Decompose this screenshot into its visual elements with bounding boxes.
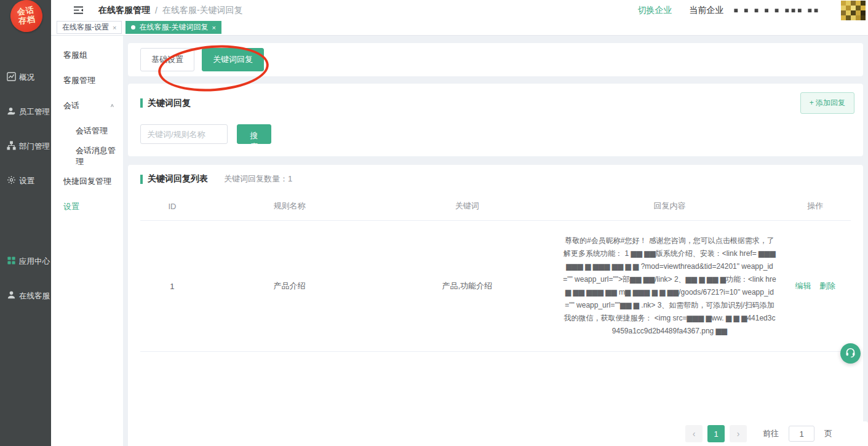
cell-rule-name: 产品介绍 — [204, 267, 375, 305]
top-header: 在线客服管理 / 在线客服-关键词回复 切换企业 当前企业 ■ ■ ■ ■ ■ … — [51, 0, 868, 20]
submenu-label: 设置 — [63, 201, 79, 212]
header-right: 切换企业 当前企业 ■ ■ ■ ■ ■ ■■■ ■■ — [638, 0, 868, 20]
sidebar-item-department-mgmt[interactable]: 部门管理 — [0, 129, 51, 164]
sidebar-item-label: 部门管理 — [19, 141, 50, 152]
collapse-menu-icon[interactable] — [73, 6, 84, 15]
keyword-search-input[interactable] — [140, 124, 228, 144]
sidebar-item-label: 设置 — [19, 176, 34, 186]
add-reply-button[interactable]: + 添加回复 — [800, 92, 854, 114]
active-dot — [131, 25, 135, 30]
sidebar-item-employee-mgmt[interactable]: 员工管理 — [0, 95, 51, 129]
column-header-rule-name: 规则名称 — [204, 192, 375, 220]
primary-nav: 概况 员工管理 部门管理 设置 — [0, 60, 51, 313]
breadcrumb-root[interactable]: 在线客服管理 — [98, 5, 150, 16]
primary-sidebar: 会话 存档 概况 员工管理 部门管理 — [0, 0, 51, 446]
app-center-icon — [7, 256, 16, 267]
search-button[interactable]: 搜索 — [237, 124, 271, 144]
current-page-button[interactable]: 1 — [707, 425, 725, 442]
submenu-label: 快捷回复管理 — [63, 176, 111, 187]
gear-icon — [7, 175, 16, 186]
close-icon[interactable]: × — [113, 24, 116, 31]
column-header-actions: 操作 — [779, 192, 851, 220]
sidebar-item-app-center[interactable]: 应用中心 — [0, 244, 51, 279]
submenu-item-service-mgmt[interactable]: 客服管理 — [51, 68, 123, 93]
reply-count-label: 关键词回复数量：1 — [224, 173, 292, 185]
section-title-text: 关键词回复 — [148, 98, 191, 109]
switch-company-link[interactable]: 切换企业 — [638, 5, 672, 16]
sidebar-item-label: 概况 — [19, 73, 34, 83]
avatar[interactable] — [841, 1, 866, 20]
page-unit-label: 页 — [824, 428, 832, 439]
secondary-sidebar: 客服组 客服管理 会话 ∧ 会话管理 会话消息管理 快捷回复管理 设置 — [51, 36, 123, 446]
headset-icon — [845, 346, 856, 360]
employee-icon — [7, 106, 16, 117]
cell-id: 1 — [140, 268, 204, 305]
sidebar-spacer — [0, 198, 51, 244]
window-tab-label: 在线客服-设置 — [62, 22, 109, 33]
keyword-reply-table: ID 规则名称 关键词 回复内容 操作 1 产品介绍 产品,功能介绍 尊敬的#会… — [140, 192, 851, 352]
submenu-item-quick-reply-mgmt[interactable]: 快捷回复管理 — [51, 169, 123, 194]
submenu-item-session[interactable]: 会话 ∧ — [51, 93, 123, 118]
column-header-keyword: 关键词 — [375, 192, 559, 220]
chevron-up-icon: ∧ — [110, 103, 114, 108]
submenu-item-settings[interactable]: 设置 — [51, 194, 123, 219]
tab-keyword-reply[interactable]: 关键词回复 — [202, 48, 264, 71]
sidebar-item-online-service[interactable]: 在线客服 — [0, 279, 51, 313]
column-header-id: ID — [140, 193, 204, 220]
goto-page-input[interactable] — [789, 426, 814, 442]
window-tabbar: 在线客服-设置 × 在线客服-关键词回复 × — [51, 20, 868, 36]
pagination-bar: ‹ 1 › 前往 页 — [128, 421, 868, 446]
submenu-item-session-mgmt[interactable]: 会话管理 — [51, 118, 123, 143]
keyword-reply-list-card: 关键词回复列表 关键词回复数量：1 ID 规则名称 关键词 回复内容 操作 1 … — [128, 165, 863, 429]
table-header-row: ID 规则名称 关键词 回复内容 操作 — [140, 192, 851, 221]
breadcrumb-current: 在线客服-关键词回复 — [162, 5, 243, 16]
window-tab-label: 在线客服-关键词回复 — [139, 22, 208, 33]
keyword-reply-card: 关键词回复 + 添加回复 搜索 — [128, 84, 863, 156]
submenu-gap — [51, 36, 123, 42]
sidebar-item-label: 在线客服 — [19, 291, 50, 301]
count-value: 1 — [288, 174, 292, 183]
cell-actions: 编辑 删除 — [779, 267, 851, 305]
delete-link[interactable]: 删除 — [819, 281, 835, 290]
sidebar-item-label: 应用中心 — [19, 257, 50, 267]
main-content: 基础设置 关键词回复 关键词回复 + 添加回复 搜索 关键词回复列表 — [123, 36, 868, 446]
reply-text: 尊敬的#会员昵称#您好！ 感谢您咨询，您可以点击根据需求，了解更多系统功能： 1… — [562, 234, 776, 338]
prev-page-button[interactable]: ‹ — [685, 425, 703, 442]
edit-link[interactable]: 编辑 — [795, 281, 811, 290]
list-section-title: 关键词回复列表 — [140, 173, 208, 185]
submenu-item-session-message-mgmt[interactable]: 会话消息管理 — [51, 143, 123, 169]
submenu-label: 会话消息管理 — [76, 145, 123, 167]
submenu-label: 会话 — [63, 100, 79, 111]
tab-basic-settings[interactable]: 基础设置 — [140, 48, 194, 71]
cell-keywords: 产品,功能介绍 — [375, 267, 559, 305]
sidebar-item-label: 员工管理 — [19, 107, 50, 117]
submenu-label: 会话管理 — [76, 125, 108, 137]
sidebar-item-overview[interactable]: 概况 — [0, 60, 51, 95]
window-tab-keyword-reply[interactable]: 在线客服-关键词回复 × — [125, 21, 221, 34]
breadcrumb-separator: / — [155, 6, 157, 15]
title-accent-bar — [140, 98, 143, 108]
customer-service-float-button[interactable] — [840, 343, 861, 364]
count-label-text: 关键词回复数量： — [224, 174, 288, 183]
section-title: 关键词回复 — [140, 98, 191, 109]
online-service-icon — [7, 290, 16, 301]
app-logo[interactable]: 会话 存档 — [9, 0, 45, 34]
close-icon[interactable]: × — [212, 24, 215, 31]
submenu-label: 客服管理 — [63, 75, 95, 86]
line-chart-icon — [7, 72, 16, 83]
list-title-text: 关键词回复列表 — [148, 173, 208, 185]
submenu-label: 客服组 — [63, 50, 87, 61]
table-row: 1 产品介绍 产品,功能介绍 尊敬的#会员昵称#您好！ 感谢您咨询，您可以点击根… — [140, 221, 851, 352]
next-page-button[interactable]: › — [730, 425, 747, 442]
cell-reply-content: 尊敬的#会员昵称#您好！ 感谢您咨询，您可以点击根据需求，了解更多系统功能： 1… — [559, 221, 779, 351]
department-icon — [7, 141, 16, 152]
column-header-reply-content: 回复内容 — [559, 192, 779, 220]
avatar-pixels — [841, 1, 846, 6]
window-tab-settings[interactable]: 在线客服-设置 × — [57, 21, 122, 34]
sidebar-item-settings[interactable]: 设置 — [0, 164, 51, 198]
page-tabs-card: 基础设置 关键词回复 — [128, 43, 863, 76]
goto-label: 前往 — [763, 428, 779, 439]
current-company-label: 当前企业 — [690, 5, 724, 16]
company-name-redacted: ■ ■ ■ ■ ■ ■■■ ■■ — [734, 6, 820, 15]
submenu-item-service-group[interactable]: 客服组 — [51, 42, 123, 68]
